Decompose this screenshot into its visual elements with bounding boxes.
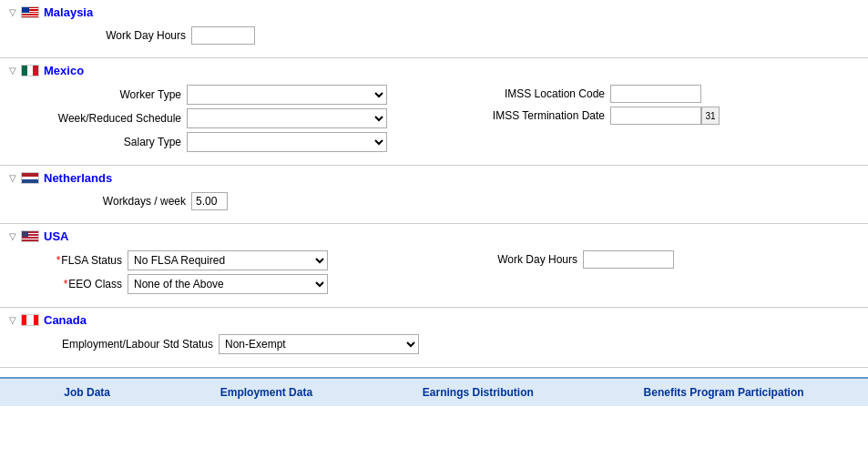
usa-section: ▽ USA FLSA Status No FLSA Required Exemp… bbox=[0, 224, 868, 308]
netherlands-toggle-icon[interactable]: ▽ bbox=[9, 173, 16, 183]
mexico-weekreduced-label: Week/Reduced Schedule bbox=[9, 112, 187, 125]
usa-left-col: FLSA Status No FLSA Required Exempt Non-… bbox=[9, 250, 465, 298]
employment-data-link[interactable]: Employment Data bbox=[220, 386, 312, 399]
canada-section: ▽ Canada Employment/Labour Std Status No… bbox=[0, 308, 868, 368]
malaysia-flag bbox=[21, 6, 39, 18]
canada-section-header[interactable]: ▽ Canada bbox=[9, 313, 859, 327]
mexico-imsslocation-label: IMSS Location Code bbox=[465, 87, 610, 100]
mexico-salarytype-label: Salary Type bbox=[9, 136, 187, 148]
canada-toggle-icon[interactable]: ▽ bbox=[9, 315, 16, 325]
benefits-program-link[interactable]: Benefits Program Participation bbox=[644, 386, 804, 399]
netherlands-workdays-row: Workdays / week 5.00 bbox=[9, 192, 859, 210]
mexico-salarytype-row: Salary Type bbox=[9, 132, 465, 152]
canada-employment-label: Employment/Labour Std Status bbox=[9, 338, 219, 351]
mexico-weekreduced-row: Week/Reduced Schedule bbox=[9, 108, 465, 128]
earnings-distribution-link[interactable]: Earnings Distribution bbox=[423, 386, 534, 399]
netherlands-workdays-label: Workdays / week bbox=[9, 195, 191, 208]
usa-flsa-label: FLSA Status bbox=[9, 254, 128, 267]
mexico-section-header[interactable]: ▽ Mexico bbox=[9, 64, 859, 77]
malaysia-section: ▽ Malaysia Work Day Hours bbox=[0, 0, 868, 58]
netherlands-title[interactable]: Netherlands bbox=[44, 171, 112, 185]
usa-eeo-select[interactable]: None of the Above Executive/Senior Level… bbox=[128, 274, 328, 294]
usa-workdayhours-input[interactable] bbox=[583, 250, 674, 269]
usa-flsa-row: FLSA Status No FLSA Required Exempt Non-… bbox=[9, 250, 465, 270]
malaysia-section-header[interactable]: ▽ Malaysia bbox=[9, 5, 859, 19]
usa-right-col: Work Day Hours bbox=[465, 250, 859, 298]
netherlands-workdays-input[interactable]: 5.00 bbox=[191, 192, 228, 210]
malaysia-workdayhours-row: Work Day Hours bbox=[9, 26, 859, 45]
mexico-imsslocation-row: IMSS Location Code bbox=[465, 85, 859, 103]
malaysia-workdayhours-input[interactable] bbox=[191, 26, 255, 45]
mexico-weekreduced-select[interactable] bbox=[187, 108, 387, 128]
malaysia-toggle-icon[interactable]: ▽ bbox=[9, 7, 16, 17]
mexico-salarytype-select[interactable] bbox=[187, 132, 387, 152]
mexico-title[interactable]: Mexico bbox=[44, 64, 84, 77]
usa-section-header[interactable]: ▽ USA bbox=[9, 229, 859, 243]
mexico-imsstermination-calendar-button[interactable]: 31 bbox=[701, 107, 720, 125]
canada-employment-select[interactable]: Non-Exempt Exempt bbox=[219, 334, 419, 354]
netherlands-flag bbox=[21, 172, 39, 184]
usa-workdayhours-label: Work Day Hours bbox=[465, 253, 583, 266]
usa-title[interactable]: USA bbox=[44, 229, 68, 243]
malaysia-title[interactable]: Malaysia bbox=[44, 5, 93, 19]
netherlands-section-header[interactable]: ▽ Netherlands bbox=[9, 171, 859, 185]
job-data-link[interactable]: Job Data bbox=[64, 386, 110, 399]
mexico-imsstermination-label: IMSS Termination Date bbox=[465, 109, 610, 122]
mexico-imsstermination-row: IMSS Termination Date 31 bbox=[465, 107, 859, 125]
mexico-imsslocation-input[interactable] bbox=[610, 85, 701, 103]
usa-eeo-row: EEO Class None of the Above Executive/Se… bbox=[9, 274, 465, 294]
mexico-workertype-row: Worker Type bbox=[9, 85, 465, 105]
usa-toggle-icon[interactable]: ▽ bbox=[9, 231, 16, 241]
usa-flag bbox=[21, 230, 39, 242]
netherlands-section: ▽ Netherlands Workdays / week 5.00 bbox=[0, 166, 868, 224]
mexico-right-col: IMSS Location Code IMSS Termination Date… bbox=[465, 85, 859, 156]
usa-fields: FLSA Status No FLSA Required Exempt Non-… bbox=[9, 250, 859, 298]
footer-nav: Job Data Employment Data Earnings Distri… bbox=[0, 377, 868, 406]
mexico-imsstermination-input[interactable] bbox=[610, 107, 701, 125]
mexico-workertype-select[interactable] bbox=[187, 85, 387, 105]
mexico-left-col: Worker Type Week/Reduced Schedule Salary… bbox=[9, 85, 465, 156]
usa-eeo-label: EEO Class bbox=[9, 278, 128, 290]
malaysia-workdayhours-label: Work Day Hours bbox=[9, 29, 191, 42]
canada-employment-row: Employment/Labour Std Status Non-Exempt … bbox=[9, 334, 859, 354]
usa-workdayhours-row: Work Day Hours bbox=[465, 250, 859, 269]
mexico-flag bbox=[21, 65, 39, 76]
usa-flsa-select[interactable]: No FLSA Required Exempt Non-Exempt bbox=[128, 250, 328, 270]
canada-title[interactable]: Canada bbox=[44, 313, 87, 327]
mexico-toggle-icon[interactable]: ▽ bbox=[9, 66, 16, 76]
mexico-workertype-label: Worker Type bbox=[9, 88, 187, 101]
mexico-section: ▽ Mexico Worker Type Week/Reduced Schedu… bbox=[0, 58, 868, 166]
main-content: ▽ Malaysia Work Day Hours ▽ Mexico Worke… bbox=[0, 0, 868, 419]
canada-flag bbox=[21, 314, 39, 326]
mexico-fields: Worker Type Week/Reduced Schedule Salary… bbox=[9, 85, 859, 156]
